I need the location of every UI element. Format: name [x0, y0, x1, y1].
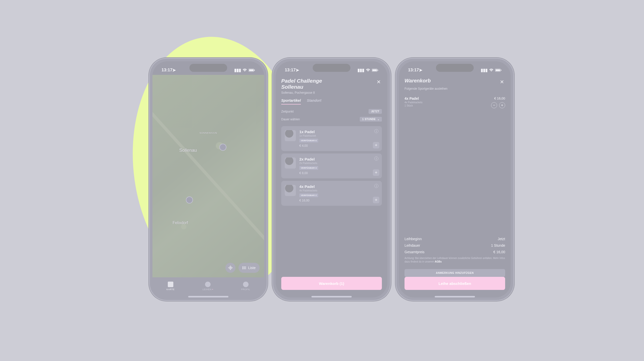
- locate-button[interactable]: [225, 263, 235, 273]
- phone-map: 13:17 ➤ ▮▮▮ SONNENHAIN Sollenau Felixdor…: [149, 58, 268, 301]
- close-icon: ✕: [377, 79, 381, 85]
- status-icons: ▮▮▮: [234, 68, 255, 73]
- leihdauer-value: 1 Stunde: [491, 243, 505, 247]
- item-thumbnail: [285, 130, 296, 141]
- add-note-button[interactable]: ANMERKUNG HINZUFÜGEN: [405, 269, 505, 277]
- item-title: 2x Padel: [299, 157, 378, 161]
- availability-badge: VERFÜGBAR 6: [299, 139, 318, 142]
- increment-button[interactable]: +: [499, 102, 505, 108]
- leihbeginn-value: Jetzt: [498, 237, 505, 241]
- svg-rect-1: [249, 69, 254, 71]
- checkout-button[interactable]: Leihe abschließen: [405, 277, 505, 290]
- info-icon: i: [376, 157, 377, 160]
- wifi-icon: [489, 69, 494, 72]
- profile-icon: [243, 282, 249, 287]
- cart-line-item: 4x Padel 4x Padelrackets 1 Stück € 16,00…: [405, 96, 505, 108]
- item-thumbnail: [285, 185, 296, 196]
- svg-point-12: [243, 267, 243, 267]
- dauer-label: Dauer wählen: [281, 118, 300, 121]
- checkout-button-label: Leihe abschließen: [438, 281, 471, 286]
- svg-rect-20: [501, 70, 501, 71]
- location-address: Sollenau, Pochergasse 8: [281, 91, 382, 94]
- battery-icon: [372, 69, 378, 72]
- location-arrow-icon: ➤: [419, 68, 422, 73]
- status-icons: ▮▮▮: [357, 68, 378, 73]
- cart-item-qty: 1 Stück: [405, 104, 422, 107]
- home-indicator: [188, 296, 228, 297]
- svg-point-13: [243, 268, 243, 268]
- crosshair-icon: [228, 266, 233, 270]
- decrement-button[interactable]: −: [491, 102, 497, 108]
- map-label-sonnenhain: SONNENHAIN: [199, 132, 217, 134]
- add-button[interactable]: +: [373, 169, 379, 176]
- map-view[interactable]: SONNENHAIN Sollenau Felixdorf Liste: [152, 75, 264, 277]
- svg-point-14: [243, 269, 243, 269]
- add-button[interactable]: +: [373, 197, 379, 203]
- gesamt-value: € 16,00: [493, 250, 505, 254]
- location-arrow-icon: ➤: [172, 68, 176, 73]
- close-icon: ✕: [500, 79, 504, 85]
- leihbeginn-label: Leihbeginn: [405, 237, 422, 241]
- home-indicator: [311, 296, 352, 297]
- plus-icon: +: [375, 143, 378, 148]
- cart-item-sub: 4x Padelrackets: [405, 101, 422, 104]
- phone-cart: 13:17 ➤ ▮▮▮ Warenkorb ✕ Folgende Sportge…: [395, 58, 514, 301]
- item-subtitle: 2x Padelrackets: [299, 162, 378, 165]
- status-icons: ▮▮▮: [481, 68, 502, 73]
- rental-item: 1x Padel 1x Padelracket VERFÜGBAR 6 € 4,…: [281, 126, 382, 151]
- battery-icon: [495, 69, 502, 72]
- svg-rect-2: [254, 70, 255, 71]
- close-button[interactable]: ✕: [376, 78, 382, 90]
- tab-profil[interactable]: PROFIL: [241, 282, 250, 291]
- wifi-icon: [243, 69, 247, 72]
- info-icon: i: [376, 185, 377, 187]
- zeitpunkt-chip[interactable]: JETZT: [369, 109, 382, 114]
- tab-bar: KARTE LEIHEN • PROFIL: [152, 277, 264, 297]
- cart-button[interactable]: Warenkorb (1): [281, 277, 382, 290]
- add-button[interactable]: +: [373, 142, 379, 148]
- info-icon: i: [376, 130, 377, 133]
- map-label-felixdorf: Felixdorf: [173, 221, 188, 225]
- tab-standort[interactable]: Standort: [307, 98, 321, 105]
- signal-icon: ▮▮▮: [357, 68, 364, 73]
- status-time: 13:17: [285, 68, 296, 73]
- ball-icon: [205, 282, 211, 287]
- list-button[interactable]: Liste: [238, 263, 260, 273]
- list-icon: [243, 266, 246, 269]
- map-pin[interactable]: [219, 144, 226, 151]
- rental-item: 4x Padel 4x Padelrackets VERFÜGBAR 2 € 1…: [281, 181, 382, 206]
- item-price: € 8,00: [299, 171, 378, 175]
- notch: [313, 64, 350, 72]
- zeitpunkt-label: Zeitpunkt: [281, 110, 294, 113]
- svg-rect-16: [372, 69, 377, 71]
- tab-sportartikel[interactable]: Sportartikel: [281, 98, 301, 105]
- gesamt-label: Gesamtpreis: [405, 250, 424, 254]
- tab-label: LEIHEN •: [203, 288, 213, 291]
- status-time: 13:17: [162, 68, 172, 73]
- wifi-icon: [366, 69, 370, 72]
- chevron-down-icon: ⌄: [377, 118, 380, 121]
- item-thumbnail: [285, 158, 296, 169]
- cart-title: Warenkorb: [405, 78, 431, 86]
- availability-badge: VERFÜGBAR 3: [299, 166, 318, 170]
- list-button-label: Liste: [248, 266, 256, 270]
- item-subtitle: 1x Padelracket: [299, 134, 378, 137]
- phone-detail: 13:17 ➤ ▮▮▮ Padel ChallengeSollenau ✕: [272, 58, 391, 301]
- tab-karte[interactable]: KARTE: [167, 282, 175, 291]
- dauer-dropdown[interactable]: 1 STUNDE ⌄: [360, 117, 382, 122]
- map-icon: [168, 282, 173, 287]
- plus-icon: +: [375, 170, 378, 175]
- rental-item: 2x Padel 2x Padelrackets VERFÜGBAR 3 € 8…: [281, 153, 382, 178]
- detail-tabs: Sportartikel Standort: [281, 98, 382, 105]
- agb-link[interactable]: AGBs: [435, 260, 442, 263]
- item-title: 4x Padel: [299, 184, 378, 189]
- location-title: Padel ChallengeSollenau: [281, 78, 322, 90]
- tab-leihen[interactable]: LEIHEN •: [203, 282, 213, 291]
- status-time: 13:17: [408, 68, 419, 73]
- map-label-sollenau: Sollenau: [179, 148, 197, 153]
- item-list: 1x Padel 1x Padelracket VERFÜGBAR 6 € 4,…: [281, 126, 382, 206]
- signal-icon: ▮▮▮: [234, 68, 241, 73]
- map-pin[interactable]: [186, 196, 193, 203]
- item-title: 1x Padel: [299, 130, 378, 134]
- close-button[interactable]: ✕: [499, 78, 505, 86]
